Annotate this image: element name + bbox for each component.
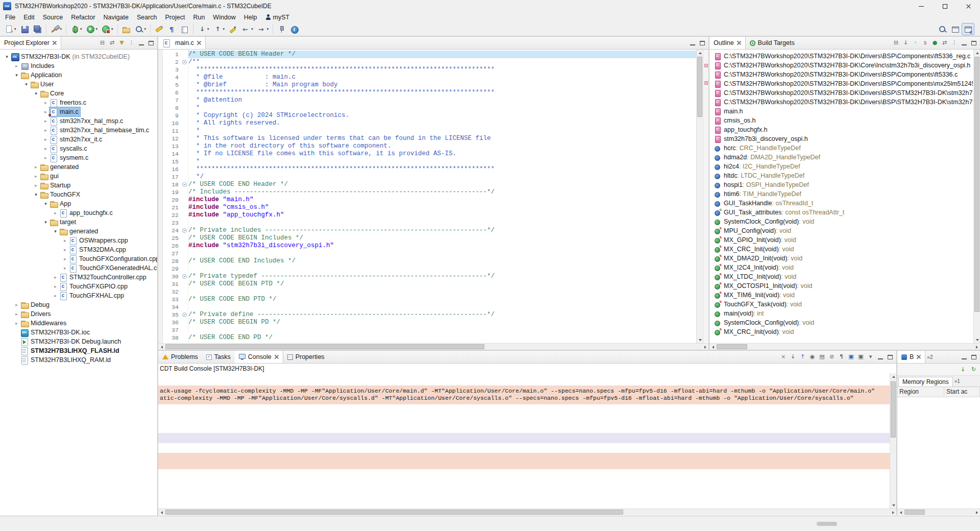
save-report-icon[interactable]: ↓ — [959, 365, 967, 374]
expanded-arrow-icon[interactable]: ▾ — [42, 220, 50, 225]
scrollbar-thumb[interactable] — [717, 344, 747, 349]
menu-edit[interactable]: Edit — [19, 13, 39, 22]
save-all-button[interactable] — [31, 23, 44, 35]
tree-item-target[interactable]: ▾target — [0, 218, 157, 227]
scroll-left-arrow[interactable] — [158, 509, 165, 516]
scroll-up-arrow[interactable] — [890, 373, 896, 380]
minimize-icon[interactable] — [876, 352, 885, 361]
remove-launch-icon[interactable]: × — [779, 352, 788, 361]
close-icon[interactable] — [916, 354, 921, 359]
outline-item-stm32h7b3i-discovery-ospi-h[interactable]: stm32h7b3i_discovery_ospi.h — [714, 134, 973, 143]
overview-ruler[interactable] — [703, 50, 708, 343]
code-line[interactable]: ****************************************… — [188, 66, 696, 74]
collapsed-arrow-icon[interactable]: ▸ — [42, 109, 50, 114]
memory-horizontal-scrollbar[interactable] — [897, 509, 980, 515]
collapsed-arrow-icon[interactable]: ▸ — [52, 293, 59, 298]
tree-item-stm32h7b3lihxq-flash-ld[interactable]: STM32H7B3LIHXQ_FLASH.ld — [0, 346, 157, 355]
code-line[interactable]: #include "app_touchgfx.h" — [188, 211, 696, 219]
menu-search[interactable]: Search — [133, 13, 161, 22]
hide-fields-icon[interactable]: ◦ — [911, 38, 920, 47]
console-vertical-scrollbar[interactable] — [890, 373, 896, 509]
code-line[interactable] — [188, 250, 696, 257]
close-icon[interactable] — [737, 40, 741, 45]
minimize-icon[interactable] — [960, 38, 968, 47]
code-line[interactable]: /* USER CODE BEGIN PD */ — [188, 319, 696, 326]
menu-project[interactable]: Project — [161, 13, 189, 22]
save-button[interactable] — [18, 23, 31, 35]
scrollbar-thumb[interactable] — [165, 344, 484, 349]
hidden-tabs-indicator[interactable]: »1 — [953, 378, 962, 384]
collapsed-arrow-icon[interactable]: ▸ — [13, 311, 20, 317]
code-line[interactable]: */ — [188, 173, 696, 181]
tree-item-touchgfxconfiguration-cpp[interactable]: ▸TouchGFXConfiguration.cpp — [0, 254, 157, 263]
scroll-left-arrow[interactable] — [897, 509, 904, 516]
info-button[interactable] — [288, 23, 301, 35]
search-button[interactable]: ▾ — [133, 23, 149, 35]
tree-item-stm32h7xx-hal-timebase-tim-c[interactable]: ▸stm32h7xx_hal_timebase_tim.c — [0, 126, 157, 135]
tree-item-stm32h7b3i-dk[interactable]: ▾STM32H7B3I-DK(in STM32CubeIDE) — [0, 52, 157, 61]
block-selection-button[interactable] — [178, 23, 191, 35]
code-line[interactable]: * All rights reserved. — [188, 119, 696, 127]
maximize-icon[interactable] — [886, 352, 894, 361]
scrollbar-thumb[interactable] — [904, 510, 925, 515]
tab-memory-regions[interactable]: Memory Regions — [898, 377, 953, 387]
collapsed-arrow-icon[interactable]: ▸ — [61, 247, 69, 252]
outline-item-mx-i2c4-init[interactable]: MX_I2C4_Init(void) : void — [714, 263, 973, 272]
minimize-button[interactable] — [910, 0, 933, 12]
console-horizontal-scrollbar[interactable] — [158, 509, 896, 515]
code-line[interactable] — [188, 219, 696, 227]
display-console-icon[interactable]: ▣ — [847, 352, 855, 361]
code-line[interactable]: ****************************************… — [188, 89, 696, 96]
outline-horizontal-scrollbar[interactable] — [709, 343, 980, 350]
minimize-icon[interactable] — [688, 38, 697, 47]
menu-navigate[interactable]: Navigate — [100, 13, 133, 22]
tree-item-generated[interactable]: ▾generated — [0, 227, 157, 236]
expanded-arrow-icon[interactable]: ▾ — [3, 54, 11, 59]
tree-item-stm32h7xx-it-c[interactable]: ▸stm32h7xx_it.c — [0, 135, 157, 144]
outline-item-mx-gpio-init[interactable]: MX_GPIO_Init(void) : void — [714, 235, 973, 245]
outline-item-mx-dma2d-init[interactable]: MX_DMA2D_Init(void) : void — [714, 254, 973, 263]
collapsed-arrow-icon[interactable]: ▸ — [42, 128, 50, 133]
menu-window[interactable]: Window — [209, 13, 239, 22]
scrollbar-thumb[interactable] — [165, 510, 623, 515]
outline-item-mx-ltdc-init[interactable]: MX_LTDC_Init(void) : void — [714, 272, 973, 281]
code-line[interactable]: /* Includes ----------------------------… — [188, 188, 696, 196]
collapsed-arrow-icon[interactable]: ▸ — [61, 238, 69, 243]
collapsed-arrow-icon[interactable]: ▸ — [61, 266, 69, 271]
outline-item-gui-task-attributes[interactable]: GUI_Task_attributes : const osThreadAttr… — [714, 208, 973, 217]
tree-item-includes[interactable]: ▸Includes — [0, 61, 157, 70]
outline-vertical-scrollbar[interactable] — [973, 50, 980, 343]
collapsed-arrow-icon[interactable]: ▸ — [13, 302, 20, 307]
collapsed-arrow-icon[interactable]: ▸ — [42, 118, 50, 124]
fold-marker-icon[interactable] — [182, 274, 187, 279]
outline-item-mx-tim6-init[interactable]: MX_TIM6_Init(void) : void — [714, 291, 973, 300]
tree-item-stm32h7b3lihxq-ram-ld[interactable]: STM32H7B3LIHXQ_RAM.ld — [0, 355, 157, 365]
editor-horizontal-scrollbar[interactable] — [158, 343, 708, 350]
maximize-icon[interactable] — [146, 38, 155, 47]
open-console-icon[interactable]: ▣ — [856, 352, 865, 361]
outline-item-cmsis-os-h[interactable]: cmsis_os.h — [714, 116, 973, 125]
view-menu-icon[interactable]: ⋮ — [950, 38, 959, 47]
expanded-arrow-icon[interactable]: ▾ — [32, 192, 40, 197]
pin-editor-button[interactable] — [275, 23, 288, 35]
code-line[interactable] — [188, 265, 696, 273]
collapsed-arrow-icon[interactable]: ▸ — [61, 256, 69, 261]
scroll-up-arrow[interactable] — [974, 50, 980, 56]
code-editor[interactable]: /* USER CODE BEGIN Header *//** ********… — [188, 50, 696, 343]
collapsed-arrow-icon[interactable]: ▸ — [42, 100, 50, 105]
tree-item-sysmem-c[interactable]: ▸sysmem.c — [0, 153, 157, 162]
refresh-icon[interactable]: ↻ — [969, 365, 978, 374]
tree-item-touchgfxgeneratedhal-cpp[interactable]: ▸TouchGFXGeneratedHAL.cpp — [0, 263, 157, 273]
collapsed-arrow-icon[interactable]: ▸ — [32, 174, 40, 179]
code-line[interactable] — [188, 288, 696, 296]
collapsed-arrow-icon[interactable]: ▸ — [13, 321, 20, 326]
last-edit-location-button[interactable] — [227, 23, 239, 35]
collapsed-arrow-icon[interactable]: ▸ — [42, 155, 50, 160]
annotation-marker[interactable] — [704, 64, 708, 67]
collapsed-arrow-icon[interactable]: ▸ — [52, 284, 59, 289]
code-line[interactable]: /* USER CODE BEGIN Header */ — [188, 51, 696, 58]
outline-item-systemclock-config[interactable]: SystemClock_Config(void) : void — [714, 318, 973, 327]
tree-item-main-c[interactable]: ▸main.c — [0, 107, 157, 116]
cpp-perspective-button[interactable] — [962, 23, 974, 35]
scroll-right-arrow[interactable] — [702, 344, 708, 350]
